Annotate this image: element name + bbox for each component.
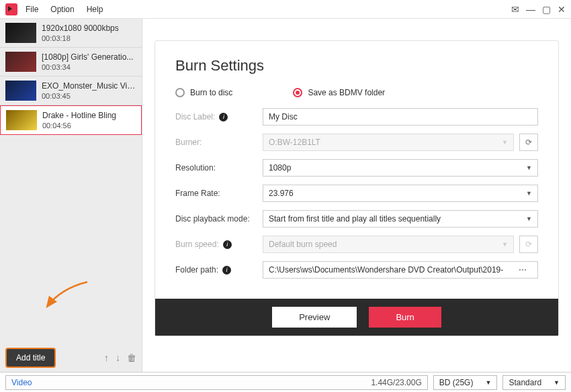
folder-path-label: Folder path: i bbox=[175, 265, 263, 275]
burn-settings-card: Burn Settings Burn to disc Save as BDMV … bbox=[155, 40, 559, 336]
chevron-down-icon: ▼ bbox=[526, 164, 532, 171]
maximize-icon[interactable]: ▢ bbox=[542, 4, 551, 15]
refresh-speed-button: ⟳ bbox=[519, 236, 538, 253]
video-thumbnail bbox=[6, 110, 37, 130]
burn-speed-select: Default burn speed▼ bbox=[263, 236, 514, 253]
delete-icon[interactable]: 🗑 bbox=[127, 352, 136, 363]
content-area: Burn Settings Burn to disc Save as BDMV … bbox=[142, 19, 571, 372]
chevron-down-icon: ▼ bbox=[554, 379, 560, 386]
info-icon[interactable]: i bbox=[219, 113, 228, 121]
chevron-down-icon: ▼ bbox=[502, 241, 508, 248]
sidebar: 1920x1080 9000kbps 00:03:18 [1080p] Girl… bbox=[0, 19, 142, 372]
video-item[interactable]: EXO_Monster_Music Video 00:03:45 bbox=[0, 77, 142, 105]
info-icon[interactable]: i bbox=[223, 240, 232, 249]
resolution-label: Resolution: bbox=[175, 163, 263, 173]
video-title: 1920x1080 9000kbps bbox=[42, 23, 119, 33]
radio-icon-checked bbox=[293, 88, 302, 97]
move-down-icon[interactable]: ↓ bbox=[116, 352, 120, 363]
refresh-burner-button[interactable]: ⟳ bbox=[519, 134, 538, 151]
video-title: Drake - Hotline Bling bbox=[42, 111, 116, 120]
chevron-down-icon: ▼ bbox=[502, 139, 508, 146]
app-icon bbox=[5, 3, 17, 15]
move-up-icon[interactable]: ↑ bbox=[104, 352, 109, 363]
video-duration: 00:03:18 bbox=[42, 34, 119, 42]
folder-path-display: C:\Users\ws\Documents\Wondershare DVD Cr… bbox=[263, 261, 538, 279]
video-duration: 00:04:56 bbox=[42, 121, 116, 130]
add-title-button[interactable]: Add title bbox=[5, 348, 56, 368]
video-title: EXO_Monster_Music Video bbox=[42, 81, 136, 91]
preview-button[interactable]: Preview bbox=[272, 307, 357, 328]
burn-settings-title: Burn Settings bbox=[175, 57, 538, 75]
video-duration: 00:03:34 bbox=[42, 63, 133, 71]
resolution-select[interactable]: 1080p▼ bbox=[263, 159, 538, 177]
output-mode-radio-group: Burn to disc Save as BDMV folder bbox=[175, 88, 538, 97]
burn-button[interactable]: Burn bbox=[369, 307, 441, 328]
status-video-usage: Video 1.44G/23.00G bbox=[5, 375, 428, 390]
quality-select[interactable]: Standard▼ bbox=[502, 375, 566, 390]
status-video-label: Video bbox=[11, 378, 32, 387]
burner-label: Burner: bbox=[175, 138, 263, 147]
sidebar-footer: Add title ↑ ↓ 🗑 bbox=[0, 344, 142, 372]
minimize-icon[interactable]: — bbox=[526, 4, 535, 15]
video-thumbnail bbox=[5, 52, 36, 72]
frame-rate-select[interactable]: 23.976▼ bbox=[263, 185, 538, 202]
radio-label: Save as BDMV folder bbox=[308, 88, 385, 97]
video-item[interactable]: 1920x1080 9000kbps 00:03:18 bbox=[0, 19, 142, 48]
video-list: 1920x1080 9000kbps 00:03:18 [1080p] Girl… bbox=[0, 19, 142, 344]
card-footer: Preview Burn bbox=[155, 299, 558, 336]
chevron-down-icon: ▼ bbox=[526, 190, 532, 197]
video-item-selected[interactable]: Drake - Hotline Bling 00:04:56 bbox=[0, 105, 142, 135]
close-icon[interactable]: ✕ bbox=[558, 4, 566, 15]
chevron-down-icon: ▼ bbox=[485, 379, 491, 386]
menu-help[interactable]: Help bbox=[87, 5, 103, 14]
titlebar: File Option Help ✉ — ▢ ✕ bbox=[0, 0, 571, 19]
feedback-icon[interactable]: ✉ bbox=[511, 4, 519, 15]
radio-icon bbox=[175, 88, 185, 97]
burn-speed-label: Burn speed: i bbox=[175, 240, 263, 249]
video-duration: 00:03:45 bbox=[42, 92, 136, 100]
video-item[interactable]: [1080p] Girls' Generatio... 00:03:34 bbox=[0, 48, 142, 77]
info-icon[interactable]: i bbox=[222, 266, 231, 275]
status-bar: Video 1.44G/23.00G BD (25G)▼ Standard▼ bbox=[0, 372, 571, 392]
burner-select: O:BW-12B1LT▼ bbox=[263, 134, 514, 151]
disc-type-select[interactable]: BD (25G)▼ bbox=[433, 375, 498, 390]
playback-mode-label: Disc playback mode: bbox=[175, 214, 263, 224]
menu-file[interactable]: File bbox=[26, 5, 38, 14]
disc-label-label: Disc Label: i bbox=[175, 112, 263, 121]
video-thumbnail bbox=[5, 81, 36, 101]
frame-rate-label: Frame Rate: bbox=[175, 189, 263, 198]
radio-label: Burn to disc bbox=[190, 88, 232, 97]
disc-label-input[interactable] bbox=[263, 108, 538, 126]
browse-folder-button[interactable]: ⋯ bbox=[513, 265, 532, 275]
main-area: 1920x1080 9000kbps 00:03:18 [1080p] Girl… bbox=[0, 19, 571, 372]
radio-save-bdmv[interactable]: Save as BDMV folder bbox=[293, 88, 385, 97]
playback-mode-select[interactable]: Start from first title and play all titl… bbox=[263, 210, 538, 228]
radio-burn-to-disc[interactable]: Burn to disc bbox=[175, 88, 232, 97]
menu-option[interactable]: Option bbox=[50, 5, 74, 14]
video-title: [1080p] Girls' Generatio... bbox=[42, 52, 133, 62]
chevron-down-icon: ▼ bbox=[526, 215, 532, 222]
video-thumbnail bbox=[5, 23, 36, 43]
annotation-arrow bbox=[0, 283, 142, 309]
status-size: 1.44G/23.00G bbox=[371, 378, 421, 387]
